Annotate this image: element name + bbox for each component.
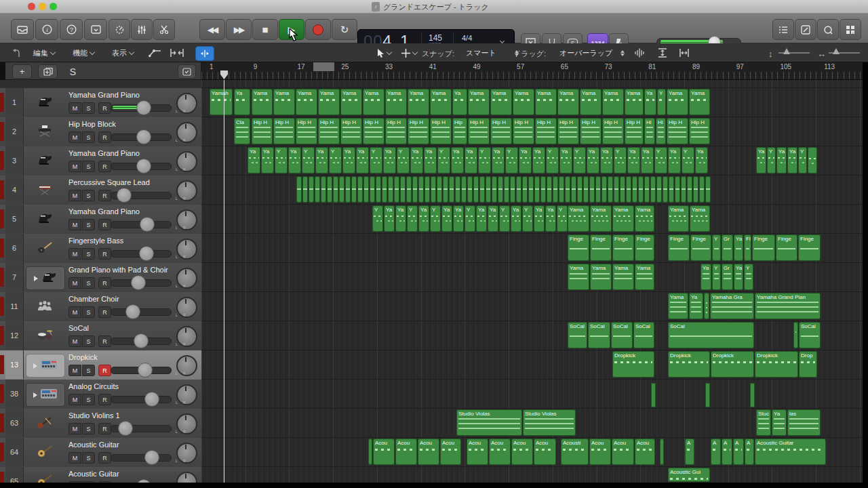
midi-region[interactable]: Finge bbox=[798, 235, 821, 261]
midi-region[interactable] bbox=[681, 176, 686, 203]
track-header-config-icon[interactable] bbox=[178, 64, 196, 79]
solo-button[interactable]: S bbox=[82, 131, 95, 143]
editors-icon[interactable] bbox=[153, 19, 175, 40]
pan-knob[interactable] bbox=[176, 355, 197, 376]
midi-region[interactable]: Ya bbox=[261, 147, 274, 174]
track-header[interactable]: 6Fingerstyle BassMSR bbox=[0, 234, 201, 264]
mute-button[interactable]: M bbox=[68, 161, 81, 172]
track-volume-thumb[interactable] bbox=[125, 304, 140, 319]
record-button[interactable] bbox=[305, 19, 331, 40]
track-header[interactable]: 4Percussive Square LeadMSR bbox=[0, 176, 201, 205]
midi-region[interactable]: Acou bbox=[511, 439, 533, 465]
horizontal-zoom-thumb[interactable] bbox=[833, 48, 840, 54]
mixer-icon[interactable] bbox=[131, 19, 153, 40]
view-menu[interactable]: 表示 bbox=[107, 46, 138, 60]
midi-region[interactable]: Hip H bbox=[252, 118, 273, 144]
catch-playhead-button[interactable] bbox=[195, 46, 214, 61]
back-navigation-button[interactable] bbox=[7, 46, 26, 60]
midi-region[interactable]: Y bbox=[712, 235, 721, 261]
midi-region[interactable]: Hip H bbox=[340, 118, 362, 144]
midi-region[interactable]: Studio Violas bbox=[456, 409, 522, 436]
forward-button[interactable]: ▶▶ bbox=[226, 19, 252, 40]
midi-region[interactable]: Yama bbox=[590, 264, 612, 290]
midi-region[interactable]: Yama bbox=[667, 89, 688, 115]
midi-region[interactable] bbox=[302, 176, 308, 203]
record-enable-button[interactable]: R bbox=[98, 102, 111, 114]
midi-region[interactable]: Ya bbox=[787, 147, 797, 174]
midi-region[interactable]: Y bbox=[573, 147, 586, 174]
pan-knob[interactable] bbox=[176, 209, 197, 230]
midi-region[interactable]: Yama bbox=[635, 264, 654, 290]
record-enable-button[interactable]: R bbox=[98, 365, 111, 376]
midi-region[interactable] bbox=[443, 176, 448, 203]
midi-region[interactable]: Ya bbox=[315, 147, 328, 174]
track-header[interactable]: 13DropkickMSR bbox=[0, 350, 201, 380]
midi-region[interactable]: Y bbox=[767, 147, 776, 174]
midi-region[interactable]: A bbox=[685, 439, 694, 465]
midi-region[interactable]: Ya bbox=[488, 205, 498, 232]
midi-region[interactable]: Yama bbox=[513, 89, 534, 115]
disclosure-triangle-icon[interactable] bbox=[33, 363, 37, 369]
midi-region[interactable]: A bbox=[711, 439, 721, 465]
solo-button[interactable]: S bbox=[82, 161, 95, 172]
midi-region[interactable]: Yama bbox=[340, 89, 362, 115]
midi-region[interactable] bbox=[345, 176, 351, 203]
midi-region[interactable] bbox=[486, 176, 491, 203]
track-volume-thumb[interactable] bbox=[144, 450, 159, 465]
midi-region[interactable]: Y bbox=[798, 147, 807, 174]
midi-region[interactable]: Hip H bbox=[513, 118, 534, 144]
midi-region[interactable]: Y bbox=[505, 147, 518, 174]
midi-region[interactable]: Ya bbox=[644, 89, 656, 115]
midi-region[interactable] bbox=[675, 176, 680, 203]
midi-region[interactable] bbox=[510, 176, 515, 203]
midi-region[interactable]: Acou bbox=[467, 439, 488, 465]
midi-region[interactable]: Ya bbox=[734, 235, 743, 261]
midi-region[interactable]: Yama bbox=[535, 89, 557, 115]
midi-region[interactable] bbox=[425, 176, 430, 203]
record-enable-button[interactable]: R bbox=[98, 423, 111, 434]
stop-button[interactable]: ■ bbox=[252, 19, 278, 40]
midi-region[interactable]: Y bbox=[522, 205, 533, 232]
midi-region[interactable] bbox=[705, 176, 711, 203]
summing-stack-button[interactable]: S bbox=[64, 64, 82, 79]
pan-knob[interactable] bbox=[176, 297, 197, 318]
record-enable-button[interactable]: R bbox=[98, 219, 111, 230]
midi-region[interactable]: Y bbox=[614, 147, 627, 174]
midi-region[interactable]: Acou bbox=[440, 439, 461, 465]
midi-region[interactable]: Hip H bbox=[535, 118, 557, 144]
track-volume-thumb[interactable] bbox=[117, 188, 132, 203]
midi-region[interactable] bbox=[394, 176, 399, 203]
midi-region[interactable]: Dropkick bbox=[711, 351, 754, 378]
midi-region[interactable]: Ya bbox=[532, 147, 545, 174]
track-header[interactable]: 64Acoustic GuitarMSR bbox=[0, 438, 201, 468]
midi-region[interactable]: Y bbox=[557, 205, 568, 232]
track-header[interactable]: 11Chamber ChoirMSR bbox=[0, 292, 201, 322]
midi-region[interactable] bbox=[449, 176, 454, 203]
midi-region[interactable]: Ya bbox=[689, 293, 703, 319]
midi-region[interactable]: Ya bbox=[756, 147, 766, 174]
midi-region[interactable]: Drop bbox=[799, 351, 817, 378]
midi-region[interactable]: Ya bbox=[776, 147, 787, 174]
midi-region[interactable]: Dropkick bbox=[755, 351, 798, 378]
midi-region[interactable]: Hip H bbox=[273, 118, 295, 144]
pan-knob[interactable] bbox=[176, 93, 197, 114]
midi-region[interactable]: Hip H bbox=[318, 118, 340, 144]
midi-region[interactable] bbox=[577, 176, 583, 203]
edit-menu[interactable]: 編集 bbox=[28, 46, 60, 60]
midi-region[interactable] bbox=[357, 176, 363, 203]
inspector-icon[interactable]: i bbox=[35, 19, 58, 40]
midi-region[interactable]: Yamah bbox=[210, 89, 233, 115]
mute-button[interactable]: M bbox=[68, 102, 81, 114]
pan-knob[interactable] bbox=[176, 180, 197, 201]
lcd-chevron-down-icon[interactable] bbox=[500, 39, 505, 43]
midi-region[interactable]: Y bbox=[372, 205, 383, 232]
midi-region[interactable]: Dropkick bbox=[612, 351, 654, 378]
midi-region[interactable]: Yama bbox=[252, 89, 273, 115]
midi-region[interactable]: Gr bbox=[722, 235, 733, 261]
midi-region[interactable]: Yama bbox=[635, 205, 654, 232]
midi-region[interactable]: SoCal bbox=[799, 322, 821, 348]
track-name[interactable]: Fingerstyle Bass bbox=[68, 237, 123, 245]
midi-region[interactable]: Yama bbox=[296, 89, 317, 115]
midi-region[interactable] bbox=[547, 176, 552, 203]
midi-region[interactable]: Finge bbox=[612, 235, 634, 261]
